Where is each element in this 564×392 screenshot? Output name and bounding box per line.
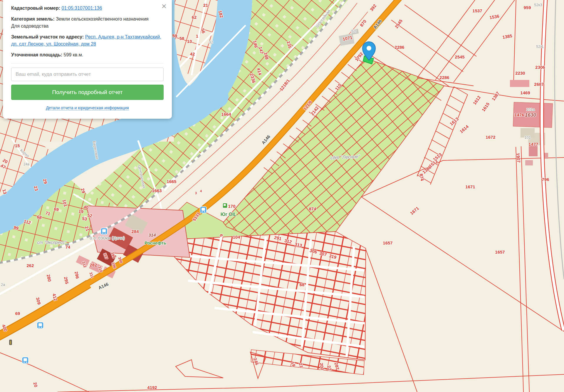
land-category-row: Категория земель: Земли сельскохозяйстве… — [11, 16, 164, 30]
get-report-button[interactable]: Получить подробный отчет — [11, 85, 164, 100]
close-icon[interactable]: × — [160, 1, 168, 12]
map-viewport[interactable]: 392870107152г179225452286254522861537153… — [0, 0, 564, 392]
address-label: Земельный участок по адресу: — [11, 34, 84, 39]
land-use-value: Для садоводства — [11, 24, 48, 29]
area-label: Уточненная площадь: — [11, 52, 62, 57]
address-row: Земельный участок по адресу: Респ. Адыге… — [11, 33, 164, 48]
email-input[interactable] — [11, 68, 164, 81]
parcel-info-popup: × Кадастровый номер: 01:05:3107001:136 К… — [3, 0, 172, 119]
land-category-value: Земли сельскохозяйственного назначения — [56, 16, 149, 21]
cadastral-number-row: Кадастровый номер: 01:05:3107001:136 — [11, 5, 164, 12]
cadastral-number-link[interactable]: 01:05:3107001:136 — [62, 6, 102, 11]
land-category-label: Категория земель: — [11, 16, 55, 21]
area-value: 599 кв.м. — [64, 52, 83, 57]
fuel-station-icon — [223, 203, 227, 208]
cadastral-number-label: Кадастровый номер: — [11, 6, 60, 11]
report-details-link[interactable]: Детали отчета и юридическая информация — [46, 105, 129, 110]
area-row: Уточненная площадь: 599 кв.м. — [11, 51, 164, 58]
traffic-light-icon — [9, 340, 12, 345]
popup-divider — [11, 63, 164, 63]
